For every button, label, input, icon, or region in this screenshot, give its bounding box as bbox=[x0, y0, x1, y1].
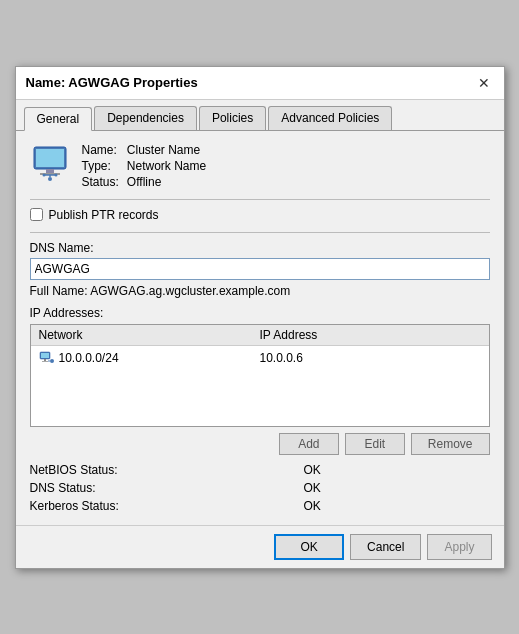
ok-button[interactable]: OK bbox=[274, 534, 344, 560]
svg-rect-2 bbox=[46, 169, 54, 173]
resource-icon bbox=[30, 143, 70, 183]
ip-table-body: 10.0.0.0/24 10.0.0.6 bbox=[31, 346, 489, 426]
publish-ptr-label: Publish PTR records bbox=[49, 208, 159, 222]
tab-general[interactable]: General bbox=[24, 107, 93, 131]
svg-rect-12 bbox=[42, 361, 48, 362]
ip-addresses-label: IP Addresses: bbox=[30, 306, 490, 320]
col-network: Network bbox=[39, 328, 260, 342]
remove-button[interactable]: Remove bbox=[411, 433, 490, 455]
bottom-bar: OK Cancel Apply bbox=[16, 525, 504, 568]
divider-1 bbox=[30, 199, 490, 200]
info-grid: Name: Cluster Name Type: Network Name St… bbox=[82, 143, 207, 189]
title-bar: Name: AGWGAG Properties ✕ bbox=[16, 67, 504, 100]
kerberos-status-label: Kerberos Status: bbox=[30, 499, 288, 513]
cancel-button[interactable]: Cancel bbox=[350, 534, 421, 560]
svg-point-7 bbox=[42, 173, 45, 176]
network-row-icon bbox=[39, 350, 55, 366]
svg-rect-1 bbox=[36, 149, 64, 167]
divider-2 bbox=[30, 232, 490, 233]
dns-name-input[interactable] bbox=[30, 258, 490, 280]
status-label: Status: bbox=[82, 175, 119, 189]
status-grid: NetBIOS Status: OK DNS Status: OK Kerber… bbox=[30, 463, 490, 513]
tab-advanced-policies[interactable]: Advanced Policies bbox=[268, 106, 392, 130]
tab-dependencies[interactable]: Dependencies bbox=[94, 106, 197, 130]
dns-name-label: DNS Name: bbox=[30, 241, 490, 255]
type-value: Network Name bbox=[127, 159, 206, 173]
publish-ptr-row: Publish PTR records bbox=[30, 208, 490, 222]
col-ip-address: IP Address bbox=[260, 328, 481, 342]
dialog: Name: AGWGAG Properties ✕ General Depend… bbox=[15, 66, 505, 569]
netbios-status-value: OK bbox=[304, 463, 490, 477]
network-cell: 10.0.0.0/24 bbox=[39, 350, 260, 366]
svg-point-4 bbox=[48, 177, 52, 181]
add-button[interactable]: Add bbox=[279, 433, 339, 455]
resource-info: Name: Cluster Name Type: Network Name St… bbox=[30, 143, 490, 189]
ip-table-header: Network IP Address bbox=[31, 325, 489, 346]
network-value: 10.0.0.0/24 bbox=[59, 351, 119, 365]
full-name: Full Name: AGWGAG.ag.wgcluster.example.c… bbox=[30, 284, 490, 298]
tab-bar: General Dependencies Policies Advanced P… bbox=[16, 100, 504, 131]
apply-button[interactable]: Apply bbox=[427, 534, 491, 560]
svg-point-8 bbox=[54, 173, 57, 176]
dns-status-value: OK bbox=[304, 481, 490, 495]
ip-value: 10.0.0.6 bbox=[260, 351, 481, 365]
publish-ptr-checkbox[interactable] bbox=[30, 208, 43, 221]
ip-table: Network IP Address bbox=[30, 324, 490, 427]
status-value: Offline bbox=[127, 175, 206, 189]
table-row[interactable]: 10.0.0.0/24 10.0.0.6 bbox=[31, 346, 489, 370]
dns-status-label: DNS Status: bbox=[30, 481, 288, 495]
type-label: Type: bbox=[82, 159, 119, 173]
svg-rect-10 bbox=[41, 353, 49, 358]
ip-button-row: Add Edit Remove bbox=[30, 433, 490, 455]
close-button[interactable]: ✕ bbox=[474, 73, 494, 93]
netbios-status-label: NetBIOS Status: bbox=[30, 463, 288, 477]
tab-content: Name: Cluster Name Type: Network Name St… bbox=[16, 131, 504, 525]
svg-rect-11 bbox=[44, 359, 46, 361]
tab-policies[interactable]: Policies bbox=[199, 106, 266, 130]
svg-point-13 bbox=[50, 359, 54, 363]
name-label: Name: bbox=[82, 143, 119, 157]
kerberos-status-value: OK bbox=[304, 499, 490, 513]
edit-button[interactable]: Edit bbox=[345, 433, 405, 455]
dialog-title: Name: AGWGAG Properties bbox=[26, 75, 198, 90]
name-value: Cluster Name bbox=[127, 143, 206, 157]
